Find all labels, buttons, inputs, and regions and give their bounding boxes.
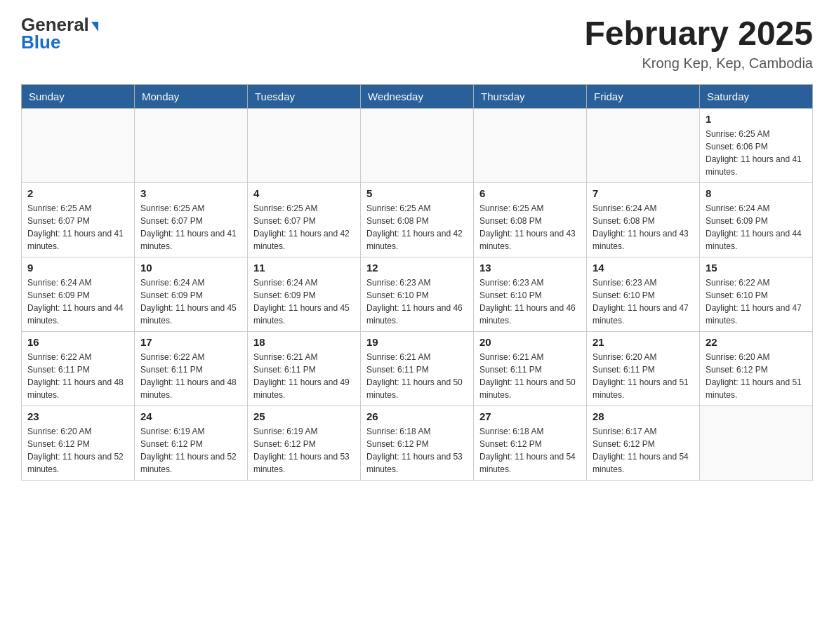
day-number: 15 (706, 262, 807, 274)
calendar-day: 10Sunrise: 6:24 AM Sunset: 6:09 PM Dayli… (135, 257, 248, 332)
calendar-day (22, 109, 135, 183)
day-number: 12 (366, 262, 468, 274)
calendar-day: 12Sunrise: 6:23 AM Sunset: 6:10 PM Dayli… (361, 257, 474, 332)
month-title: February 2025 (584, 14, 813, 53)
day-number: 25 (253, 410, 355, 422)
day-info: Sunrise: 6:21 AM Sunset: 6:11 PM Dayligh… (253, 351, 355, 401)
day-info: Sunrise: 6:21 AM Sunset: 6:11 PM Dayligh… (366, 351, 468, 401)
day-number: 24 (140, 410, 241, 422)
week-row-3: 9Sunrise: 6:24 AM Sunset: 6:09 PM Daylig… (22, 257, 813, 332)
calendar-day: 1Sunrise: 6:25 AM Sunset: 6:06 PM Daylig… (700, 109, 813, 183)
calendar-day: 25Sunrise: 6:19 AM Sunset: 6:12 PM Dayli… (248, 406, 361, 481)
day-number: 8 (706, 187, 807, 199)
day-number: 3 (140, 187, 241, 199)
day-info: Sunrise: 6:24 AM Sunset: 6:09 PM Dayligh… (27, 276, 128, 327)
calendar-day: 21Sunrise: 6:20 AM Sunset: 6:11 PM Dayli… (587, 332, 700, 406)
calendar-day (135, 109, 248, 183)
col-sunday: Sunday (22, 85, 135, 109)
calendar-table: Sunday Monday Tuesday Wednesday Thursday… (21, 84, 813, 481)
col-thursday: Thursday (474, 85, 587, 109)
day-info: Sunrise: 6:20 AM Sunset: 6:12 PM Dayligh… (706, 351, 807, 401)
day-info: Sunrise: 6:25 AM Sunset: 6:07 PM Dayligh… (253, 202, 355, 253)
week-row-2: 2Sunrise: 6:25 AM Sunset: 6:07 PM Daylig… (22, 183, 813, 257)
week-row-4: 16Sunrise: 6:22 AM Sunset: 6:11 PM Dayli… (22, 332, 813, 406)
calendar-day: 18Sunrise: 6:21 AM Sunset: 6:11 PM Dayli… (248, 332, 361, 406)
calendar-day: 4Sunrise: 6:25 AM Sunset: 6:07 PM Daylig… (248, 183, 361, 257)
calendar-day: 19Sunrise: 6:21 AM Sunset: 6:11 PM Dayli… (361, 332, 474, 406)
day-info: Sunrise: 6:23 AM Sunset: 6:10 PM Dayligh… (593, 276, 694, 327)
col-friday: Friday (587, 85, 700, 109)
day-info: Sunrise: 6:25 AM Sunset: 6:07 PM Dayligh… (140, 202, 241, 253)
day-number: 1 (706, 113, 807, 125)
day-info: Sunrise: 6:19 AM Sunset: 6:12 PM Dayligh… (140, 425, 241, 476)
day-info: Sunrise: 6:24 AM Sunset: 6:09 PM Dayligh… (706, 202, 807, 253)
calendar-day: 22Sunrise: 6:20 AM Sunset: 6:12 PM Dayli… (700, 332, 813, 406)
day-number: 27 (479, 410, 581, 422)
col-wednesday: Wednesday (361, 85, 474, 109)
day-number: 16 (27, 336, 128, 348)
day-number: 21 (593, 336, 694, 348)
day-info: Sunrise: 6:17 AM Sunset: 6:12 PM Dayligh… (593, 425, 694, 476)
calendar-day: 24Sunrise: 6:19 AM Sunset: 6:12 PM Dayli… (135, 406, 248, 481)
calendar-day (248, 109, 361, 183)
calendar-day (700, 406, 813, 481)
day-info: Sunrise: 6:23 AM Sunset: 6:10 PM Dayligh… (479, 276, 581, 327)
day-number: 20 (479, 336, 581, 348)
day-info: Sunrise: 6:22 AM Sunset: 6:10 PM Dayligh… (706, 276, 807, 327)
location-text: Krong Kep, Kep, Cambodia (584, 55, 813, 72)
week-row-1: 1Sunrise: 6:25 AM Sunset: 6:06 PM Daylig… (22, 109, 813, 183)
day-number: 9 (27, 262, 128, 274)
day-number: 23 (27, 410, 128, 422)
day-number: 28 (593, 410, 694, 422)
calendar-day: 13Sunrise: 6:23 AM Sunset: 6:10 PM Dayli… (474, 257, 587, 332)
calendar-day: 9Sunrise: 6:24 AM Sunset: 6:09 PM Daylig… (22, 257, 135, 332)
logo-blue-text: Blue (21, 32, 60, 53)
day-info: Sunrise: 6:22 AM Sunset: 6:11 PM Dayligh… (140, 351, 241, 401)
page-header: General Blue February 2025 Krong Kep, Ke… (21, 14, 813, 72)
calendar-day: 8Sunrise: 6:24 AM Sunset: 6:09 PM Daylig… (700, 183, 813, 257)
day-number: 2 (27, 187, 128, 199)
day-info: Sunrise: 6:25 AM Sunset: 6:07 PM Dayligh… (27, 202, 128, 253)
day-info: Sunrise: 6:25 AM Sunset: 6:08 PM Dayligh… (366, 202, 468, 253)
day-info: Sunrise: 6:20 AM Sunset: 6:11 PM Dayligh… (593, 351, 694, 401)
calendar-day: 3Sunrise: 6:25 AM Sunset: 6:07 PM Daylig… (135, 183, 248, 257)
calendar-day: 16Sunrise: 6:22 AM Sunset: 6:11 PM Dayli… (22, 332, 135, 406)
col-tuesday: Tuesday (248, 85, 361, 109)
day-info: Sunrise: 6:23 AM Sunset: 6:10 PM Dayligh… (366, 276, 468, 327)
day-info: Sunrise: 6:25 AM Sunset: 6:08 PM Dayligh… (479, 202, 581, 253)
logo: General Blue (21, 14, 98, 53)
calendar-day: 17Sunrise: 6:22 AM Sunset: 6:11 PM Dayli… (135, 332, 248, 406)
day-number: 14 (593, 262, 694, 274)
calendar-day: 5Sunrise: 6:25 AM Sunset: 6:08 PM Daylig… (361, 183, 474, 257)
calendar-day (587, 109, 700, 183)
day-info: Sunrise: 6:19 AM Sunset: 6:12 PM Dayligh… (253, 425, 355, 476)
calendar-day: 7Sunrise: 6:24 AM Sunset: 6:08 PM Daylig… (587, 183, 700, 257)
day-info: Sunrise: 6:18 AM Sunset: 6:12 PM Dayligh… (479, 425, 581, 476)
col-saturday: Saturday (700, 85, 813, 109)
day-number: 6 (479, 187, 581, 199)
day-number: 22 (706, 336, 807, 348)
day-number: 10 (140, 262, 241, 274)
day-info: Sunrise: 6:21 AM Sunset: 6:11 PM Dayligh… (479, 351, 581, 401)
day-number: 19 (366, 336, 468, 348)
day-info: Sunrise: 6:18 AM Sunset: 6:12 PM Dayligh… (366, 425, 468, 476)
calendar-day (474, 109, 587, 183)
day-number: 26 (366, 410, 468, 422)
logo-arrow-icon (91, 22, 98, 32)
calendar-day: 14Sunrise: 6:23 AM Sunset: 6:10 PM Dayli… (587, 257, 700, 332)
day-info: Sunrise: 6:20 AM Sunset: 6:12 PM Dayligh… (27, 425, 128, 476)
day-number: 5 (366, 187, 468, 199)
day-info: Sunrise: 6:24 AM Sunset: 6:09 PM Dayligh… (253, 276, 355, 327)
title-section: February 2025 Krong Kep, Kep, Cambodia (584, 14, 813, 72)
col-monday: Monday (135, 85, 248, 109)
day-number: 13 (479, 262, 581, 274)
day-info: Sunrise: 6:24 AM Sunset: 6:08 PM Dayligh… (593, 202, 694, 253)
week-row-5: 23Sunrise: 6:20 AM Sunset: 6:12 PM Dayli… (22, 406, 813, 481)
calendar-day: 23Sunrise: 6:20 AM Sunset: 6:12 PM Dayli… (22, 406, 135, 481)
day-number: 4 (253, 187, 355, 199)
day-number: 18 (253, 336, 355, 348)
day-number: 17 (140, 336, 241, 348)
calendar-day: 11Sunrise: 6:24 AM Sunset: 6:09 PM Dayli… (248, 257, 361, 332)
calendar-day: 28Sunrise: 6:17 AM Sunset: 6:12 PM Dayli… (587, 406, 700, 481)
day-number: 11 (253, 262, 355, 274)
